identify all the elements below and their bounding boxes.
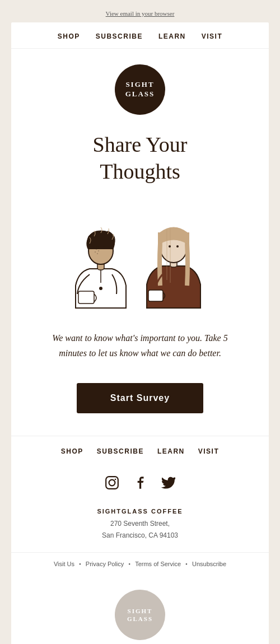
footer-nav: SHOP SUBSCRIBE LEARN VISIT	[11, 436, 269, 465]
logo-text: SIGHT GLASS	[125, 80, 155, 99]
nav-item-shop[interactable]: SHOP	[58, 32, 80, 40]
company-name: SIGHTGLASS COFFEE	[11, 508, 269, 515]
address-section: SIGHTGLASS COFFEE 270 Seventh Street, Sa…	[11, 502, 269, 552]
social-section	[11, 465, 269, 502]
footer-links-section: Visit Us • Privacy Policy • Terms of Ser…	[11, 552, 269, 578]
instagram-icon[interactable]	[104, 474, 120, 491]
svg-rect-18	[148, 290, 163, 301]
svg-point-5	[96, 249, 97, 250]
address-city: San Francisco, CA 94103	[11, 530, 269, 541]
footer-link-unsubscribe[interactable]: Unsubscribe	[192, 561, 226, 567]
svg-point-9	[94, 247, 95, 248]
svg-rect-19	[106, 477, 118, 489]
svg-point-1	[99, 287, 102, 290]
logo-section: SIGHT GLASS	[11, 49, 269, 126]
brand-logo[interactable]: SIGHT GLASS	[115, 64, 165, 115]
email-container: SHOP SUBSCRIBE LEARN VISIT SIGHT GLASS S…	[11, 22, 269, 644]
footer-dot-3: •	[185, 561, 188, 567]
view-browser-link[interactable]: View email in your browser	[106, 10, 175, 17]
nav-item-visit[interactable]: VISIT	[202, 32, 223, 40]
svg-point-7	[95, 251, 96, 253]
svg-point-11	[103, 246, 105, 249]
start-survey-button[interactable]: Start Survey	[77, 383, 203, 413]
footer-link-visit[interactable]: Visit Us	[54, 561, 74, 567]
top-nav: SHOP SUBSCRIBE LEARN VISIT	[11, 22, 269, 49]
illustration-section	[11, 196, 269, 325]
nav-item-subscribe[interactable]: SUBSCRIBE	[96, 32, 143, 40]
svg-point-21	[115, 479, 116, 480]
footer-nav-subscribe[interactable]: SUBSCRIBE	[97, 447, 144, 455]
svg-point-10	[96, 246, 99, 249]
main-headline: Share Your Thoughts	[34, 132, 246, 185]
body-text: We want to know what's important to you.…	[45, 330, 235, 361]
bottom-brand-logo: SIGHT GLASS	[115, 590, 165, 640]
bottom-logo-section: SIGHT GLASS	[11, 578, 269, 644]
view-browser-bar: View email in your browser	[0, 0, 280, 22]
address-street: 270 Seventh Street,	[11, 518, 269, 529]
footer-nav-learn[interactable]: LEARN	[157, 447, 185, 455]
bottom-logo-text: SIGHT GLASS	[127, 607, 153, 623]
nav-item-learn[interactable]: LEARN	[158, 32, 186, 40]
footer-nav-shop[interactable]: SHOP	[61, 447, 83, 455]
email-wrapper: View email in your browser SHOP SUBSCRIB…	[0, 0, 280, 644]
footer-nav-visit[interactable]: VISIT	[198, 447, 220, 455]
footer-dot-2: •	[128, 561, 130, 567]
cta-section: Start Survey	[11, 377, 269, 436]
body-text-section: We want to know what's important to you.…	[11, 325, 269, 377]
svg-point-20	[109, 480, 115, 486]
svg-point-17	[176, 245, 179, 248]
headline-section: Share Your Thoughts	[11, 126, 269, 196]
footer-dot-1: •	[79, 561, 81, 567]
twitter-icon[interactable]	[160, 474, 176, 491]
svg-point-16	[169, 245, 171, 248]
facebook-icon[interactable]	[132, 474, 148, 491]
svg-rect-2	[78, 291, 94, 304]
footer-link-privacy[interactable]: Privacy Policy	[86, 561, 124, 567]
footer-link-terms[interactable]: Terms of Service	[135, 561, 181, 567]
svg-point-6	[98, 250, 99, 251]
people-illustration	[45, 202, 235, 314]
svg-point-8	[97, 253, 98, 254]
